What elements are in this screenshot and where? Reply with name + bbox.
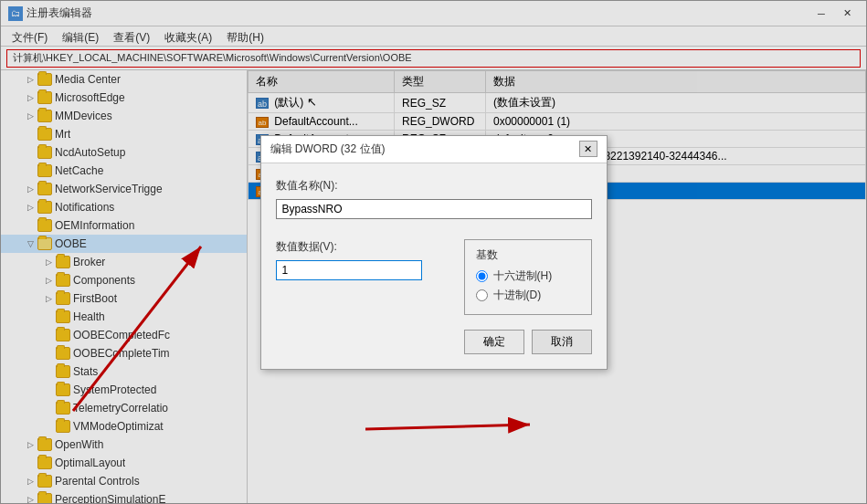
edit-dword-dialog: 编辑 DWORD (32 位值) ✕ 数值名称(N): 数值数据(V): 基数 …: [260, 135, 608, 370]
radio-decimal-input[interactable]: [476, 289, 488, 301]
radio-decimal-label: 十进制(D): [493, 288, 542, 303]
dialog-ok-button[interactable]: 确定: [464, 330, 524, 354]
dialog-buttons: 确定 取消: [276, 330, 592, 354]
dialog-row: 数值数据(V): 基数 十六进制(H) 十进制(D): [276, 239, 592, 315]
dialog-name-input[interactable]: [276, 199, 592, 219]
dialog-overlay: 编辑 DWORD (32 位值) ✕ 数值名称(N): 数值数据(V): 基数 …: [0, 0, 867, 504]
radio-hex[interactable]: 十六进制(H): [476, 268, 580, 284]
dialog-cancel-button[interactable]: 取消: [532, 330, 592, 354]
dialog-close-button[interactable]: ✕: [579, 141, 597, 157]
radio-decimal[interactable]: 十进制(D): [476, 288, 580, 303]
dialog-title-bar: 编辑 DWORD (32 位值) ✕: [261, 136, 607, 163]
dialog-data-label: 数值数据(V):: [276, 239, 449, 255]
dialog-body: 数值名称(N): 数值数据(V): 基数 十六进制(H) 十进制(D): [261, 163, 607, 369]
dialog-name-label: 数值名称(N):: [276, 178, 592, 194]
dialog-data-input[interactable]: [276, 260, 422, 280]
radio-hex-input[interactable]: [476, 270, 488, 282]
dialog-title: 编辑 DWORD (32 位值): [270, 142, 386, 157]
radio-hex-label: 十六进制(H): [493, 268, 553, 284]
dialog-data-section: 数值数据(V):: [276, 239, 449, 315]
dialog-base-label: 基数: [476, 247, 580, 263]
dialog-base-group: 基数 十六进制(H) 十进制(D): [464, 239, 592, 315]
